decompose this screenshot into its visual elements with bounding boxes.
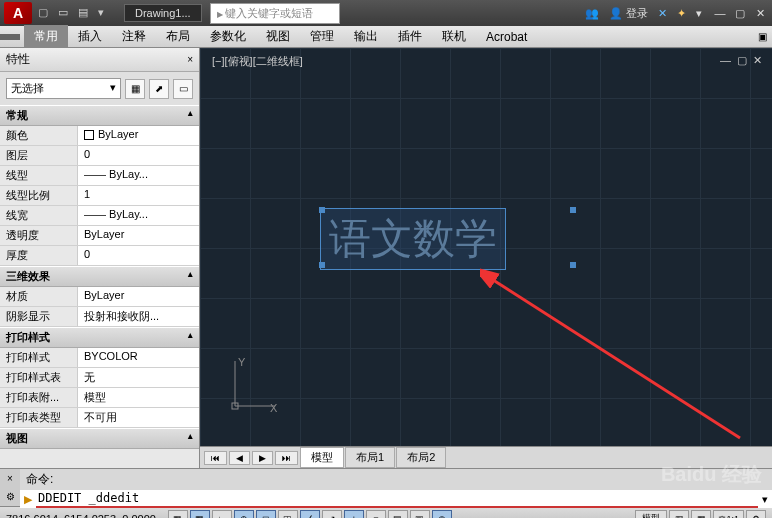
prop-value[interactable]: ByLayer (78, 226, 199, 245)
group-3deffects[interactable]: 三维效果 (0, 266, 199, 287)
group-plotstyle[interactable]: 打印样式 (0, 327, 199, 348)
snap-button[interactable]: ▦ (168, 510, 188, 519)
panel-close-icon[interactable]: × (187, 54, 193, 65)
polar-button[interactable]: ⊕ (234, 510, 254, 519)
app-logo[interactable]: A (4, 2, 32, 24)
tab-nav-first-icon[interactable]: ⏮ (204, 451, 227, 465)
login-button[interactable]: 👤 登录 (609, 6, 648, 21)
prop-value[interactable]: 投射和接收阴... (78, 307, 199, 326)
model-tab[interactable]: 模型 (300, 447, 344, 468)
otrack-button[interactable]: ∠ (300, 510, 320, 519)
annoscale-button[interactable]: ⚖ 1:1 (713, 510, 744, 519)
prop-row: 阴影显示投射和接收阴... (0, 307, 199, 327)
ribbon-tab-manage[interactable]: 管理 (300, 25, 344, 48)
grid-button[interactable]: ▦ (190, 510, 210, 519)
exchange-icon[interactable]: ✕ (658, 7, 667, 20)
vp-minimize-icon[interactable]: — (720, 54, 731, 67)
qat-more-icon[interactable]: ▾ (98, 6, 112, 20)
drawing-area: [−][俯视][二维线框] — ▢ ✕ 语文数学 Y X ⏮ ◀ ▶ (200, 48, 772, 468)
ribbon-tab-parametric[interactable]: 参数化 (200, 25, 256, 48)
layout-quickview-icon[interactable]: ▥ (669, 510, 689, 519)
save-icon[interactable]: ▤ (78, 6, 92, 20)
document-name: Drawing1... (124, 4, 202, 22)
prop-row: 颜色ByLayer (0, 126, 199, 146)
group-general[interactable]: 常规 (0, 105, 199, 126)
minimize-button[interactable]: — (712, 7, 728, 20)
modelspace-button[interactable]: 模型 (635, 510, 667, 519)
selection-combo[interactable]: 无选择▾ (6, 78, 121, 99)
vp-restore-icon[interactable]: ▢ (737, 54, 747, 67)
quickselect-button[interactable]: ▦ (125, 79, 145, 99)
viewport-label[interactable]: [−][俯视][二维线框] (212, 54, 303, 69)
search-input[interactable]: 键入关键字或短语 (210, 3, 340, 24)
sc-button[interactable]: ◉ (432, 510, 452, 519)
prop-value[interactable]: 0 (78, 246, 199, 265)
lwt-button[interactable]: ≡ (366, 510, 386, 519)
osnap-button[interactable]: ◻ (256, 510, 276, 519)
help-dropdown-icon[interactable]: ▾ (696, 7, 702, 20)
grip-icon[interactable] (570, 207, 576, 213)
layout2-tab[interactable]: 布局2 (396, 447, 446, 468)
prop-value[interactable]: ByLayer (78, 287, 199, 306)
ribbon-tab-insert[interactable]: 插入 (68, 25, 112, 48)
file-tab[interactable] (0, 34, 20, 40)
qp-button[interactable]: ▣ (410, 510, 430, 519)
prop-row: 透明度ByLayer (0, 226, 199, 246)
prop-value[interactable]: 模型 (78, 388, 199, 407)
selection-toolbar: 无选择▾ ▦ ⬈ ▭ (0, 72, 199, 105)
prop-value[interactable]: 0 (78, 146, 199, 165)
selectobj-button[interactable]: ▭ (173, 79, 193, 99)
tab-nav-last-icon[interactable]: ⏭ (275, 451, 298, 465)
new-icon[interactable]: ▢ (38, 6, 52, 20)
ribbon-tab-plugins[interactable]: 插件 (388, 25, 432, 48)
grip-icon[interactable] (319, 207, 325, 213)
command-input[interactable] (38, 491, 191, 505)
tab-nav-next-icon[interactable]: ▶ (252, 451, 273, 465)
grip-icon[interactable] (319, 262, 325, 268)
prop-value[interactable]: 无 (78, 368, 199, 387)
properties-header[interactable]: 特性 × (0, 48, 199, 72)
prop-value[interactable]: BYCOLOR (78, 348, 199, 367)
tab-nav-prev-icon[interactable]: ◀ (229, 451, 250, 465)
prop-key: 打印样式 (0, 348, 78, 367)
prop-value[interactable]: —— ByLay... (78, 166, 199, 185)
ribbon-tab-layout[interactable]: 布局 (156, 25, 200, 48)
infocenter-icon[interactable]: 👥 (585, 7, 599, 20)
layout1-tab[interactable]: 布局1 (345, 447, 395, 468)
group-view[interactable]: 视图 (0, 428, 199, 449)
ortho-button[interactable]: ∟ (212, 510, 232, 519)
maximize-button[interactable]: ▢ (732, 7, 748, 20)
close-button[interactable]: ✕ (752, 7, 768, 20)
ribbon-tab-annotate[interactable]: 注释 (112, 25, 156, 48)
prop-value[interactable]: —— ByLay... (78, 206, 199, 225)
text-object[interactable]: 语文数学 (320, 208, 506, 270)
prop-value[interactable]: ByLayer (78, 126, 199, 145)
ribbon-tab-output[interactable]: 输出 (344, 25, 388, 48)
pickadd-button[interactable]: ⬈ (149, 79, 169, 99)
grip-icon[interactable] (570, 262, 576, 268)
ribbon-tab-common[interactable]: 常用 (24, 25, 68, 48)
ribbon-tab-online[interactable]: 联机 (432, 25, 476, 48)
tpy-button[interactable]: ▤ (388, 510, 408, 519)
canvas[interactable]: 语文数学 Y X (200, 48, 772, 446)
command-side: × ⚙ (0, 469, 20, 506)
ribbon-tab-view[interactable]: 视图 (256, 25, 300, 48)
cmd-close-icon[interactable]: × (7, 473, 13, 484)
ribbon-toggle-icon[interactable]: ▣ (752, 31, 772, 42)
vp-close-icon[interactable]: ✕ (753, 54, 762, 67)
coordinates[interactable]: 7816.6014, 6154.0253, 0.0000 (6, 513, 156, 519)
cmd-cursor-icon: ▶ (24, 493, 32, 506)
dyn-button[interactable]: + (344, 510, 364, 519)
3dosnap-button[interactable]: ◫ (278, 510, 298, 519)
cmd-dropdown-icon[interactable]: ▾ (762, 493, 768, 506)
annotation-arrow (480, 268, 760, 448)
drawing-quickview-icon[interactable]: ▦ (691, 510, 711, 519)
ducs-button[interactable]: ↗ (322, 510, 342, 519)
cmd-handle-icon[interactable]: ⚙ (6, 491, 15, 502)
prop-value[interactable]: 1 (78, 186, 199, 205)
prop-value[interactable]: 不可用 (78, 408, 199, 427)
open-icon[interactable]: ▭ (58, 6, 72, 20)
ribbon-tab-acrobat[interactable]: Acrobat (476, 27, 537, 47)
annovisibility-icon[interactable]: ⚙ (746, 510, 766, 519)
help-icon[interactable]: ✦ (677, 7, 686, 20)
